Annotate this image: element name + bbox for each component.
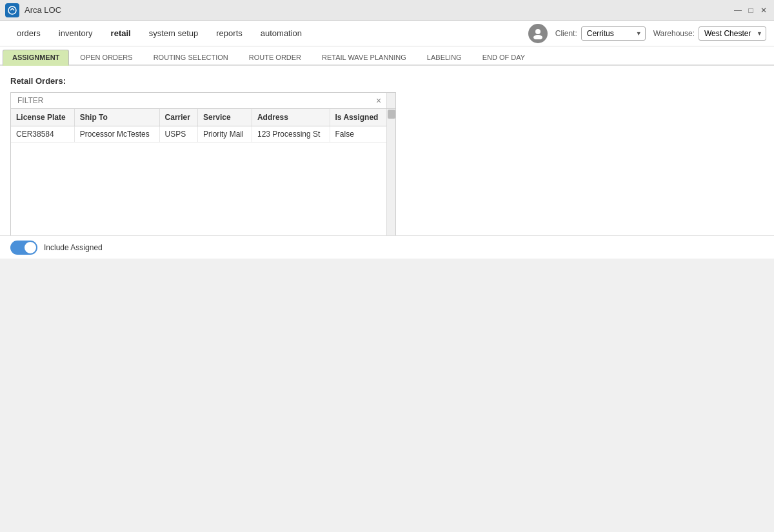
- orders-table: License Plate Ship To Carrier Service Ad…: [11, 109, 386, 143]
- app-title-text: Arca LOC: [25, 5, 61, 15]
- include-assigned-label: Include Assigned: [44, 243, 103, 252]
- menu-bar-right: Client: Cerritus Warehouse: West Chester: [528, 24, 766, 43]
- col-address: Address: [252, 109, 330, 126]
- filter-clear-button[interactable]: ×: [376, 95, 381, 106]
- col-is-assigned: Is Assigned: [330, 109, 386, 126]
- filter-row: ×: [11, 93, 395, 109]
- warehouse-select-wrapper[interactable]: West Chester: [699, 26, 766, 41]
- tab-open-orders[interactable]: OPEN ORDERS: [70, 50, 142, 64]
- warehouse-section: Warehouse: West Chester: [653, 26, 766, 41]
- orders-panel: × License Plate Ship To Carrier Service: [10, 92, 396, 248]
- col-carrier: Carrier: [159, 109, 197, 126]
- tab-labeling[interactable]: LABELING: [417, 50, 471, 64]
- svg-point-0: [8, 6, 16, 14]
- main-panel: Retail Orders: × License Plate: [0, 66, 774, 259]
- content-area: Retail Orders: × License Plate: [0, 66, 774, 259]
- app-logo: [5, 3, 19, 17]
- table-header: License Plate Ship To Carrier Service Ad…: [11, 109, 386, 126]
- toggle-thumb: [25, 242, 36, 253]
- client-section: Client: Cerritus: [555, 26, 646, 41]
- scrollbar-top-area: [386, 93, 395, 108]
- menu-items: orders inventory retail system setup rep…: [8, 25, 526, 42]
- cell-ship-to: Processor McTestes: [74, 126, 159, 143]
- cell-carrier: USPS: [159, 126, 197, 143]
- client-select-wrapper[interactable]: Cerritus: [581, 26, 646, 41]
- menu-reports[interactable]: reports: [207, 25, 251, 42]
- cell-service: Priority Mail: [197, 126, 252, 143]
- title-bar: Arca LOC — □ ✕: [0, 0, 774, 21]
- table-section: License Plate Ship To Carrier Service Ad…: [11, 109, 395, 238]
- svg-point-2: [533, 35, 542, 39]
- table-body: CER38584 Processor McTestes USPS Priorit…: [11, 126, 386, 143]
- filter-section: ×: [11, 93, 386, 108]
- tab-route-order[interactable]: ROUTE ORDER: [239, 50, 311, 64]
- menu-automation[interactable]: automation: [252, 25, 311, 42]
- tab-end-of-day[interactable]: END OF DAY: [473, 50, 535, 64]
- sub-nav: ASSIGNMENT OPEN ORDERS ROUTING SELECTION…: [0, 46, 774, 66]
- warehouse-label: Warehouse:: [653, 29, 695, 38]
- cell-license-plate: CER38584: [11, 126, 74, 143]
- menu-retail[interactable]: retail: [102, 25, 140, 42]
- col-license-plate: License Plate: [11, 109, 74, 126]
- filter-input[interactable]: [11, 93, 377, 108]
- tab-assignment[interactable]: ASSIGNMENT: [3, 50, 69, 66]
- minimize-button[interactable]: —: [733, 5, 743, 15]
- scrollbar-thumb[interactable]: [388, 110, 395, 119]
- menu-orders[interactable]: orders: [8, 25, 50, 42]
- tab-retail-wave-planning[interactable]: RETAIL WAVE PLANNING: [312, 50, 416, 64]
- bottom-bar: Include Assigned: [0, 235, 774, 259]
- warehouse-select[interactable]: West Chester: [699, 26, 766, 41]
- section-title: Retail Orders:: [10, 76, 764, 86]
- client-select[interactable]: Cerritus: [581, 26, 646, 41]
- maximize-button[interactable]: □: [746, 5, 756, 15]
- user-avatar[interactable]: [528, 24, 548, 43]
- menu-system-setup[interactable]: system setup: [140, 25, 208, 42]
- table-scroll: License Plate Ship To Carrier Service Ad…: [11, 109, 386, 238]
- scrollbar: [386, 109, 395, 238]
- svg-point-1: [535, 29, 541, 34]
- window-controls: — □ ✕: [733, 5, 769, 15]
- col-ship-to: Ship To: [74, 109, 159, 126]
- menu-bar: orders inventory retail system setup rep…: [0, 21, 774, 46]
- tab-routing-selection[interactable]: ROUTING SELECTION: [144, 50, 238, 64]
- cell-address: 123 Processing St: [252, 126, 330, 143]
- cell-is-assigned: False: [330, 126, 386, 143]
- toggle-track: [10, 241, 37, 255]
- include-assigned-toggle[interactable]: [10, 241, 37, 255]
- col-service: Service: [197, 109, 252, 126]
- client-label: Client:: [555, 29, 577, 38]
- table-row[interactable]: CER38584 Processor McTestes USPS Priorit…: [11, 126, 386, 143]
- menu-inventory[interactable]: inventory: [50, 25, 102, 42]
- close-button[interactable]: ✕: [759, 5, 769, 15]
